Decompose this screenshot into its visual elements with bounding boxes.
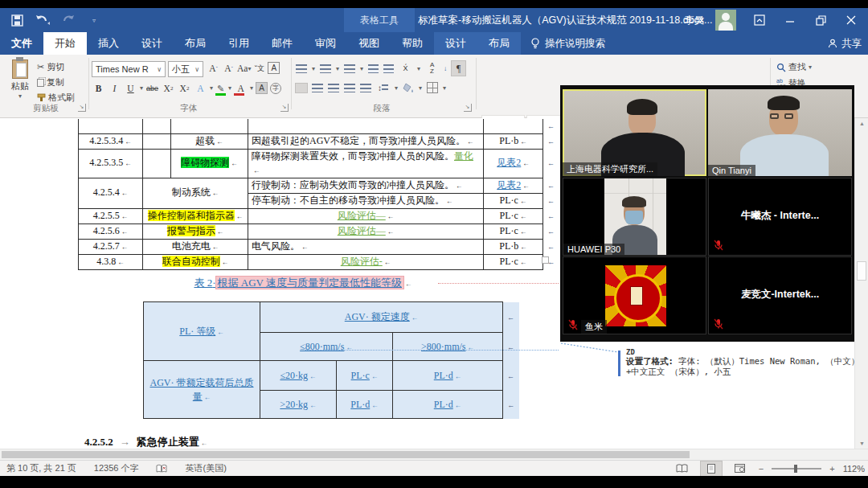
cut-button[interactable]: ✂剪切 (37, 61, 75, 73)
web-layout-icon[interactable] (730, 461, 751, 476)
pl-value[interactable]: 见表2 (484, 178, 543, 193)
clause-number[interactable]: 4.2.5.3.4 (79, 133, 143, 149)
scroll-up-icon[interactable]: ▲ (855, 121, 868, 126)
ribbon-display-options-icon[interactable] (746, 8, 773, 32)
strikethrough-button[interactable]: abe (145, 81, 159, 96)
t2-cell-high-low[interactable]: PL·d (337, 391, 393, 419)
tile-niu-xijie[interactable]: 牛曦杰 - Interte... (708, 178, 852, 256)
risk-description[interactable]: 停车制动：不自主的移动导致冲撞人员风险。 (248, 193, 484, 208)
underline-button[interactable]: U (124, 81, 137, 96)
highlight-color-button[interactable]: ✎ (215, 80, 226, 96)
page-indicator[interactable]: 第 10 页, 共 21 页 (6, 462, 76, 474)
tab-开始[interactable]: 开始 (43, 32, 87, 55)
pl-value[interactable]: PL·b (484, 133, 543, 149)
numbering-button[interactable] (320, 64, 331, 73)
shading-button[interactable]: A (256, 82, 268, 94)
clause-number[interactable]: 4.2.5.3.5 (79, 149, 143, 178)
t2-cell-high-high[interactable]: PL·d (393, 391, 503, 419)
item-name[interactable]: 联合自动控制 (143, 254, 248, 269)
t2-speed-high-cell[interactable]: >800·mm/s (393, 333, 503, 361)
vertical-scroll-thumb[interactable] (857, 261, 866, 281)
show-marks-button[interactable]: ¶ (452, 61, 465, 76)
increase-indent-button[interactable] (383, 64, 394, 73)
align-right-button[interactable] (328, 84, 339, 92)
clause-number[interactable]: 4.3.8 (79, 254, 143, 269)
zoom-out-icon[interactable]: − (759, 464, 764, 474)
undo-icon[interactable] (34, 11, 51, 29)
table1-cutoff-cell[interactable] (248, 119, 484, 133)
tile-yumi[interactable]: 鱼米 (563, 256, 706, 334)
risk-description[interactable]: 障碍物探测装置失效，而导致冲撞人员的风险。量化 (248, 149, 484, 178)
item-name[interactable]: 报警与指示 (143, 223, 248, 239)
t2-pl-level-cell[interactable]: PL· 等级 (144, 302, 260, 361)
zoom-in-icon[interactable]: + (829, 464, 834, 474)
distribute-button[interactable] (360, 84, 371, 92)
font-color-button[interactable]: A (234, 80, 248, 96)
risk-description[interactable]: 行驶制动：应制动失效而导致的冲撞人员风险。 (248, 178, 484, 193)
risk-description[interactable]: 风险评估- (248, 254, 484, 269)
risk-description[interactable]: 电气风险。 (248, 239, 484, 254)
signed-in-user[interactable]: 李昊 (685, 8, 704, 32)
pl-value[interactable]: PL·c (484, 254, 543, 269)
merged-continuation-cell[interactable] (143, 133, 171, 149)
tab-审阅[interactable]: 审阅 (304, 32, 347, 55)
change-case-button[interactable]: Aa▾ (237, 61, 251, 76)
section-heading[interactable]: 4.2.5.2→紧急停止装置 (84, 435, 207, 449)
redo-icon[interactable] (59, 11, 77, 29)
proofing-icon[interactable] (156, 464, 167, 474)
print-layout-icon[interactable] (701, 461, 722, 476)
paste-button[interactable]: 粘贴 ▾ (6, 59, 34, 100)
justify-button[interactable] (344, 84, 355, 92)
risk-description[interactable]: 风险评估— (248, 223, 484, 239)
horizontal-scrollbar[interactable] (0, 449, 868, 460)
tab-布局[interactable]: 布局 (174, 32, 217, 55)
zoom-slider-thumb[interactable] (794, 465, 797, 473)
pl-value[interactable]: PL·c (484, 208, 543, 223)
multilevel-list-button[interactable] (344, 64, 355, 73)
copy-button[interactable]: 复制 (37, 76, 75, 88)
decrease-indent-button[interactable] (368, 64, 379, 73)
font-dialog-launcher[interactable]: ↘ (280, 104, 289, 112)
superscript-button[interactable]: X2 (178, 81, 191, 96)
restore-button[interactable] (807, 8, 834, 32)
tab-视图[interactable]: 视图 (347, 32, 391, 55)
align-left-button[interactable] (296, 84, 307, 92)
tile-mai-jingwen[interactable]: 麦竞文-Intertek... (708, 256, 852, 334)
pl-value[interactable]: PL·c (484, 193, 543, 208)
grow-font-button[interactable]: Aˆ (207, 61, 220, 76)
share-button[interactable]: 共享 (828, 32, 862, 55)
clause-number[interactable]: 4.2.5.5 (79, 208, 143, 223)
language-indicator[interactable]: 英语(美国) (185, 462, 226, 474)
pl-value[interactable]: PL·c (484, 223, 543, 239)
table2-caption[interactable]: 表 2·根据 AGV 速度与质量判定最低性能等级 (78, 276, 528, 290)
video-tile-huawei-p30[interactable]: HUAWEI P30 (563, 178, 706, 256)
table1-cutoff-cell[interactable] (79, 119, 143, 133)
zoom-slider[interactable] (772, 468, 821, 470)
item-name[interactable]: 超载 (171, 133, 248, 149)
character-border-button[interactable]: A (268, 62, 280, 74)
sort-button[interactable]: AZ (425, 61, 439, 76)
minimize-button[interactable] (776, 8, 804, 32)
risk-description[interactable]: 因超载引起的AGV不稳定，而导致冲撞人员风险。 (248, 133, 484, 149)
t2-cell-low-high[interactable]: PL·d (393, 361, 503, 391)
vertical-scrollbar[interactable]: ▲ ▼ (854, 118, 868, 449)
save-icon[interactable] (8, 11, 26, 29)
video-tile-speaker[interactable]: 上海电器科学研究所... (563, 89, 706, 176)
subscript-button[interactable]: X2 (162, 81, 175, 96)
borders-button[interactable] (427, 82, 438, 93)
t2-mass-label-cell[interactable]: AGV· 带额定载荷后总质量 (144, 361, 260, 419)
t2-rated-speed-cell[interactable]: AGV· 额定速度 (260, 302, 503, 333)
horizontal-scroll-thumb[interactable] (2, 451, 690, 458)
word-count[interactable]: 12356 个字 (94, 462, 139, 474)
caption-highlight[interactable]: 根据 AGV 速度与质量判定最低性能等级 (216, 277, 403, 289)
table1-cutoff-cell[interactable] (484, 119, 543, 133)
paragraph-dialog-launcher[interactable]: ↘ (464, 104, 472, 112)
item-name[interactable]: 操作控制器和指示器 (143, 208, 248, 223)
enclose-characters-button[interactable]: 字 (270, 83, 281, 94)
align-center-button[interactable] (312, 84, 323, 92)
pl-value[interactable]: PL·b (484, 239, 543, 254)
contextual-tab-设计[interactable]: 设计 (434, 32, 477, 55)
tab-帮助[interactable]: 帮助 (391, 32, 434, 55)
clause-number[interactable]: 4.2.5.6 (79, 223, 143, 239)
tab-file[interactable]: 文件 (0, 32, 43, 55)
